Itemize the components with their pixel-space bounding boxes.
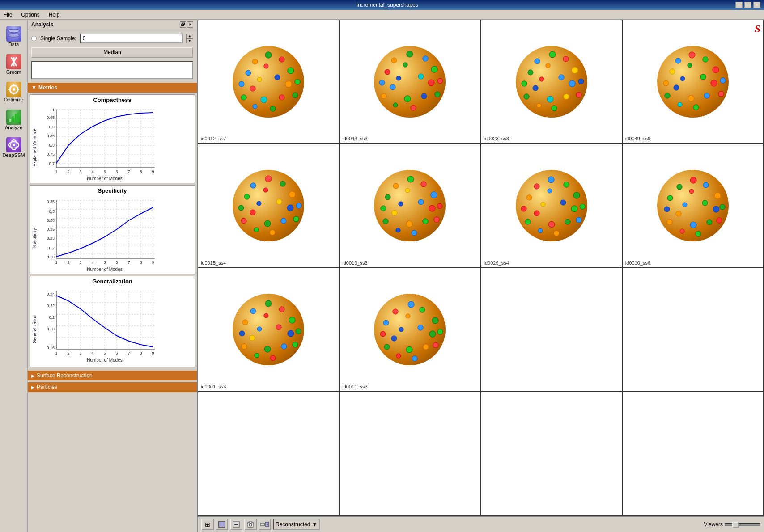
close-button[interactable]: × <box>753 2 760 8</box>
sidebar-item-deepsm[interactable]: DeepSSM <box>1 134 26 161</box>
sidebar-item-data[interactable]: Data <box>1 23 26 50</box>
svg-point-164 <box>528 70 533 75</box>
shape-cell-empty-3-3 <box>623 392 764 516</box>
surface-reconstruction-label: Surface Reconstruction <box>37 372 93 379</box>
svg-point-167 <box>522 81 527 86</box>
analysis-header-buttons: 🗗 × <box>180 21 193 28</box>
svg-point-221 <box>381 206 386 211</box>
minimize-button[interactable]: − <box>735 2 743 8</box>
svg-point-234 <box>534 184 539 189</box>
grid-view-button[interactable]: ⊞ <box>201 519 214 530</box>
svg-text:0.22: 0.22 <box>47 304 55 308</box>
svg-text:9: 9 <box>152 260 154 265</box>
svg-text:2: 2 <box>67 169 69 174</box>
particles-overlay <box>374 170 446 241</box>
svg-point-241 <box>560 200 566 205</box>
cell-label-id0019-ss3: id0019_ss3 <box>342 260 367 266</box>
size-button[interactable]: + <box>259 519 271 530</box>
svg-point-132 <box>257 77 262 82</box>
remove-button[interactable] <box>230 519 242 530</box>
svg-point-264 <box>696 231 701 236</box>
particles-overlay <box>657 170 729 241</box>
svg-point-266 <box>713 206 719 212</box>
svg-point-211 <box>254 228 259 232</box>
svg-point-239 <box>521 206 526 211</box>
svg-point-165 <box>546 63 550 68</box>
svg-point-278 <box>293 342 298 347</box>
svg-point-173 <box>564 94 569 99</box>
analysis-panel: Analysis 🗗 × Single Sample: ▲ ▼ Median <box>28 20 198 532</box>
svg-text:8: 8 <box>140 169 142 174</box>
reconstructed-dropdown[interactable]: Reconstructed ▼ <box>273 519 320 530</box>
maximize-button[interactable]: □ <box>744 2 751 8</box>
viewers-slider[interactable] <box>725 523 760 526</box>
svg-point-270 <box>250 308 256 314</box>
svg-point-124 <box>265 52 272 58</box>
analyze-label: Analyze <box>5 125 22 130</box>
svg-point-188 <box>718 91 724 97</box>
analysis-close-btn[interactable]: × <box>187 21 193 28</box>
svg-point-298 <box>406 346 412 353</box>
svg-point-246 <box>554 231 559 236</box>
cell-label-id0012-ss7: id0012_ss7 <box>201 136 226 141</box>
menu-options[interactable]: Options <box>19 11 41 19</box>
svg-text:0.28: 0.28 <box>47 218 55 223</box>
menu-help[interactable]: Help <box>47 11 62 19</box>
svg-point-176 <box>569 80 575 87</box>
sidebar-item-optimize[interactable]: Optimize <box>1 79 26 106</box>
shape-cell-empty-3-0 <box>198 392 340 516</box>
single-sample-spinner[interactable]: ▲ ▼ <box>186 34 193 43</box>
svg-point-149 <box>379 80 385 85</box>
particles-overlay <box>233 294 304 365</box>
spin-down-btn[interactable]: ▼ <box>186 38 193 43</box>
sidebar-item-groom[interactable]: Groom <box>1 51 26 78</box>
svg-text:Number of Modes: Number of Modes <box>87 176 122 181</box>
svg-point-125 <box>279 57 284 62</box>
particles-overlay <box>233 170 304 241</box>
svg-point-131 <box>239 81 244 87</box>
svg-text:0.3: 0.3 <box>49 209 55 214</box>
svg-point-259 <box>702 200 708 206</box>
spin-up-btn[interactable]: ▲ <box>186 34 193 38</box>
sidebar-item-analyze[interactable]: Analyze <box>1 106 26 133</box>
compactness-chart: Compactness Explained Variance <box>30 94 195 183</box>
titlebar: incremental_supershapes − □ × <box>0 0 764 10</box>
svg-point-242 <box>576 217 581 223</box>
single-view-button[interactable] <box>216 519 228 530</box>
svg-point-285 <box>250 335 255 341</box>
svg-point-209 <box>281 218 286 224</box>
camera-button[interactable] <box>244 519 257 530</box>
analysis-restore-btn[interactable]: 🗗 <box>180 21 186 28</box>
particles-accordion[interactable]: ▶ Particles <box>28 382 197 392</box>
svg-rect-15 <box>15 114 17 122</box>
svg-point-168 <box>539 77 544 81</box>
svg-point-142 <box>407 51 413 57</box>
svg-point-158 <box>428 80 434 86</box>
svg-text:0.18: 0.18 <box>47 327 55 331</box>
svg-text:0.2: 0.2 <box>49 246 55 250</box>
svg-point-227 <box>423 219 428 224</box>
median-button[interactable]: Median <box>31 47 193 58</box>
svg-point-291 <box>406 314 410 318</box>
svg-point-253 <box>714 193 721 199</box>
viewers-slider-thumb[interactable] <box>732 522 739 528</box>
single-sample-radio[interactable] <box>31 36 37 41</box>
particles-label: Particles <box>37 384 57 390</box>
surface-reconstruction-accordion[interactable]: ▶ Surface Reconstruction <box>28 371 197 380</box>
svg-point-280 <box>264 346 271 352</box>
svg-point-154 <box>404 96 411 102</box>
svg-point-292 <box>437 329 443 334</box>
svg-point-159 <box>390 84 395 90</box>
svg-point-194 <box>711 80 717 86</box>
svg-text:2: 2 <box>67 260 69 265</box>
analysis-content: Single Sample: ▲ ▼ Median <box>28 30 197 83</box>
svg-point-250 <box>690 177 696 183</box>
single-sample-input[interactable] <box>80 34 183 43</box>
svg-point-140 <box>285 81 292 87</box>
svg-point-171 <box>524 94 529 99</box>
svg-rect-305 <box>219 522 225 527</box>
svg-point-175 <box>537 103 541 108</box>
svg-point-224 <box>434 217 439 222</box>
menu-file[interactable]: File <box>2 11 14 19</box>
svg-point-138 <box>270 106 276 111</box>
